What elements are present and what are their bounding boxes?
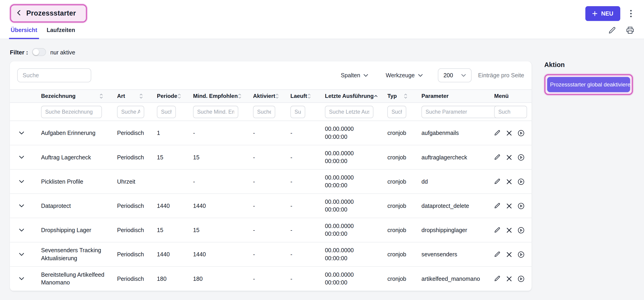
chevron-down-icon <box>19 228 24 232</box>
filter-input-art[interactable] <box>117 106 144 118</box>
pencil-icon <box>608 26 616 34</box>
page-size-value: 200 <box>444 72 453 79</box>
action-panel-title: Aktion <box>544 61 633 69</box>
column-header-parameter[interactable]: Parameter <box>413 93 486 99</box>
print-button[interactable] <box>626 26 634 34</box>
cell-periode: 15 <box>149 150 185 165</box>
row-delete-button[interactable] <box>506 228 512 233</box>
tab-uebersicht[interactable]: Übersicht <box>10 24 38 39</box>
column-label: Parameter <box>422 93 449 99</box>
cell-art: Periodisch <box>109 126 149 140</box>
search-input[interactable] <box>17 68 91 82</box>
letzte-time: 00:00:00 <box>325 133 375 141</box>
column-label: Letzte Ausführung <box>325 93 374 99</box>
spalten-dropdown[interactable]: Spalten <box>338 72 370 79</box>
row-delete-button[interactable] <box>506 203 512 208</box>
cell-bezeichnung: Sevensenders Tracking Aktualisierung <box>33 243 109 265</box>
sort-ascending-icon <box>374 95 378 98</box>
filter-input-letzte-ausf-hrung[interactable] <box>325 106 373 118</box>
column-header-art[interactable]: Art <box>109 93 149 99</box>
active-only-toggle[interactable] <box>32 48 46 56</box>
sort-icon <box>238 93 242 99</box>
table-card: Spalten Werkzeuge 200 Eintr <box>10 61 532 291</box>
row-edit-button[interactable] <box>494 154 501 161</box>
cell-typ: cronjob <box>379 271 413 286</box>
filter-input-bezeichnung[interactable] <box>41 106 102 118</box>
filter-input-mind-empfohlen[interactable] <box>193 106 238 118</box>
row-edit-button[interactable] <box>494 251 501 258</box>
cell-periode: 15 <box>149 223 185 237</box>
filter-input-men[interactable] <box>494 106 527 118</box>
column-header-aktiviert[interactable]: Aktiviert <box>245 93 282 99</box>
row-edit-button[interactable] <box>494 130 501 136</box>
expand-row-button[interactable] <box>17 275 26 282</box>
play-circle-icon <box>518 178 525 185</box>
row-delete-button[interactable] <box>506 130 512 135</box>
column-header-men[interactable]: Menü <box>486 93 532 99</box>
expand-row-button[interactable] <box>17 202 26 209</box>
cell-typ: cronjob <box>379 199 413 213</box>
row-play-button[interactable] <box>518 129 525 136</box>
cell-typ: cronjob <box>379 174 413 189</box>
cell-bezeichnung: Picklisten Profile <box>33 174 109 189</box>
row-delete-button[interactable] <box>506 179 512 184</box>
tab-laufzeiten[interactable]: Laufzeiten <box>46 24 76 39</box>
cell-bezeichnung: Auftrag Lagercheck <box>33 150 109 165</box>
play-circle-icon <box>518 129 525 136</box>
row-edit-button[interactable] <box>494 227 501 233</box>
table-row: Sevensenders Tracking AktualisierungPeri… <box>10 242 532 267</box>
row-play-button[interactable] <box>518 178 525 185</box>
filter-input-aktiviert[interactable] <box>253 106 275 118</box>
filter-cell <box>379 106 413 118</box>
letzte-date: 00.00.0000 <box>325 174 375 182</box>
expand-row-button[interactable] <box>17 154 26 161</box>
expand-row-button[interactable] <box>17 178 26 185</box>
expand-row-button[interactable] <box>17 129 26 136</box>
global-deactivate-button[interactable]: Prozessstarter global deaktivieren <box>547 77 630 92</box>
row-play-button[interactable] <box>518 275 525 282</box>
letzte-time: 00:00:00 <box>325 206 375 214</box>
new-button[interactable]: NEU <box>586 6 620 21</box>
column-header-typ[interactable]: Typ <box>379 93 413 99</box>
row-play-button[interactable] <box>518 202 525 209</box>
cell-aktiviert: - <box>245 223 282 237</box>
werkzeuge-dropdown[interactable]: Werkzeuge <box>383 72 425 79</box>
row-play-button[interactable] <box>518 227 525 234</box>
row-play-button[interactable] <box>518 251 525 258</box>
table-body: Aufgaben ErinnerungPeriodisch1---00.00.0… <box>10 121 532 291</box>
play-circle-icon <box>518 154 525 161</box>
expand-row-button[interactable] <box>17 226 26 234</box>
letzte-date: 00.00.0000 <box>325 198 375 206</box>
pencil-icon <box>494 178 501 185</box>
column-header-bezeichnung[interactable]: Bezeichnung <box>33 93 109 99</box>
row-edit-button[interactable] <box>494 275 501 282</box>
column-header-periode[interactable]: Periode <box>149 93 185 99</box>
row-edit-button[interactable] <box>494 203 501 209</box>
column-label: Laeuft <box>290 93 307 99</box>
row-delete-button[interactable] <box>506 252 512 257</box>
edit-page-button[interactable] <box>608 26 616 34</box>
chevron-down-icon <box>19 277 24 280</box>
letzte-date: 00.00.0000 <box>325 246 375 254</box>
filter-input-typ[interactable] <box>387 106 406 118</box>
row-delete-button[interactable] <box>506 155 512 160</box>
column-label: Periode <box>157 93 177 99</box>
row-play-button[interactable] <box>518 154 525 161</box>
cell-parameter: artikelfeed_manomano <box>413 271 486 286</box>
column-header-letzte-ausf-hrung[interactable]: Letzte Ausführung <box>317 93 379 99</box>
row-delete-button[interactable] <box>506 276 512 281</box>
sort-icon <box>275 93 279 99</box>
filter-input-laeuft[interactable] <box>290 106 305 118</box>
page-size-select[interactable]: 200 <box>438 68 472 82</box>
column-header-mind-empfohlen[interactable]: Mind. Empfohlen <box>185 93 245 99</box>
cell-periode: 1440 <box>149 247 185 262</box>
kebab-menu-button[interactable] <box>628 8 634 19</box>
filter-input-periode[interactable] <box>157 106 176 118</box>
cell-typ: cronjob <box>379 247 413 262</box>
back-button[interactable] <box>16 9 21 18</box>
cell-laeuft: - <box>282 199 317 213</box>
expand-row-button[interactable] <box>17 251 26 258</box>
cell-art: Uhrzeit <box>109 174 149 189</box>
column-header-laeuft[interactable]: Laeuft <box>282 93 317 99</box>
row-edit-button[interactable] <box>494 178 501 185</box>
